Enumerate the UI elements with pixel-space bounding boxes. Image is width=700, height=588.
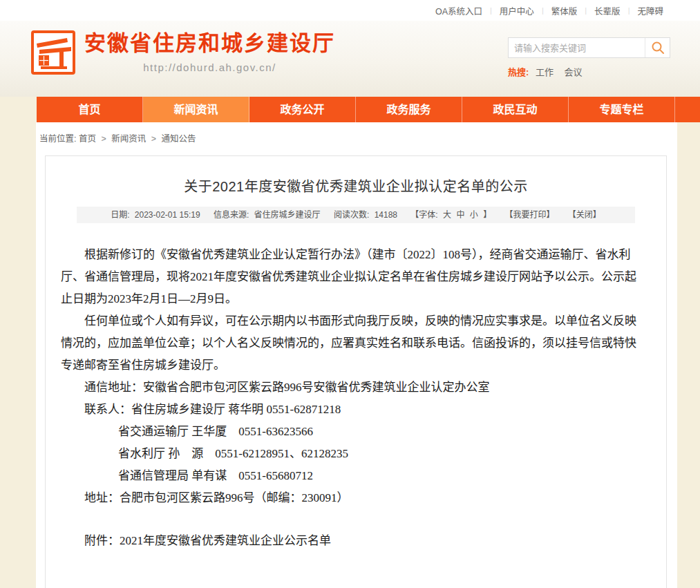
article-paragraph-mailing-address: 通信地址：安徽省合肥市包河区紫云路996号安徽省优秀建筑业企业认定办公室 bbox=[61, 377, 645, 399]
article-paragraph: 根据新修订的《安徽省优秀建筑业企业认定暂行办法》（建市〔2022〕108号），经… bbox=[61, 244, 645, 310]
article-paragraph: 任何单位或个人如有异议，可在公示期内以书面形式向我厅反映，反映的情况应实事求是。… bbox=[61, 310, 645, 377]
article-paragraph-address: 地址：合肥市包河区紫云路996号（邮编：230091） bbox=[61, 487, 645, 509]
font-size-medium-button[interactable]: 中 bbox=[456, 210, 464, 220]
meta-date-value: 2023-02-01 15:19 bbox=[135, 210, 200, 220]
meta-views-label: 阅读次数: bbox=[334, 210, 369, 220]
nav-item-home[interactable]: 首页 bbox=[37, 97, 143, 122]
search-icon bbox=[651, 41, 665, 55]
article-body: 根据新修订的《安徽省优秀建筑业企业认定暂行办法》（建市〔2022〕108号），经… bbox=[61, 244, 645, 552]
hot-search-row: 热搜: 工作 会议 bbox=[508, 65, 670, 78]
article-paragraph-contact-water: 省水利厅 孙 源 0551-62128951、62128235 bbox=[61, 443, 645, 465]
search-box bbox=[508, 37, 670, 58]
topbar-link-user-center[interactable]: 用户中心 bbox=[500, 4, 534, 17]
close-button[interactable]: 【关闭】 bbox=[568, 210, 601, 220]
main-nav: 首页 新闻资讯 政务公开 政务服务 政民互动 专题专栏 bbox=[37, 97, 700, 122]
article-paragraph-contact-housing: 联系人：省住房城乡建设厅 蒋华明 0551-62871218 bbox=[61, 399, 645, 421]
nav-item-special-topics[interactable]: 专题专栏 bbox=[569, 97, 675, 122]
meta-date-label: 日期: bbox=[111, 210, 129, 220]
breadcrumb-label: 当前位置: bbox=[39, 134, 76, 144]
breadcrumb-separator: > bbox=[151, 134, 156, 144]
topbar-link-oa[interactable]: OA系统入口 bbox=[435, 4, 482, 17]
site-title-wrap: 安徽省住房和城乡建设厅 http://dohurd.ah.gov.cn/ bbox=[84, 28, 335, 75]
search-button[interactable] bbox=[645, 38, 670, 57]
topbar-separator: | bbox=[585, 6, 587, 15]
nav-item-news[interactable]: 新闻资讯 bbox=[143, 97, 249, 122]
search-input[interactable] bbox=[509, 38, 645, 57]
breadcrumb-notices[interactable]: 通知公告 bbox=[162, 134, 196, 144]
attachment-link[interactable]: 附件：2021年度安徽省优秀建筑业企业公示名单 bbox=[61, 530, 645, 552]
site-title: 安徽省住房和城乡建设厅 bbox=[84, 29, 335, 58]
article-box: 关于2021年度安徽省优秀建筑业企业拟认定名单的公示 日期: 2023-02-0… bbox=[45, 155, 667, 588]
topbar-links: OA系统入口 | 用户中心 | 繁体版 | 长辈版 | 无障碍 bbox=[435, 0, 663, 21]
breadcrumb-separator: > bbox=[101, 134, 106, 144]
topbar-link-traditional[interactable]: 繁体版 bbox=[551, 4, 578, 17]
breadcrumb-news[interactable]: 新闻资讯 bbox=[111, 134, 146, 144]
article-paragraph-contact-transport: 省交通运输厅 王华厦 0551-63623566 bbox=[61, 421, 645, 443]
nav-item-partial[interactable] bbox=[675, 97, 700, 122]
breadcrumb: 当前位置: 首页 > 新闻资讯 > 通知公告 bbox=[36, 122, 677, 144]
article-meta-bar: 日期: 2023-02-01 15:19 信息来源: 省住房城乡建设厅 阅读次数… bbox=[77, 207, 635, 223]
hot-keyword-meeting[interactable]: 会议 bbox=[565, 67, 583, 77]
hot-keyword-work[interactable]: 工作 bbox=[536, 67, 554, 77]
site-url: http://dohurd.ah.gov.cn/ bbox=[84, 61, 335, 73]
article-title: 关于2021年度安徽省优秀建筑业企业拟认定名单的公示 bbox=[46, 176, 666, 196]
nav-item-gov-info[interactable]: 政务公开 bbox=[249, 97, 356, 122]
font-size-large-button[interactable]: 大 bbox=[443, 210, 451, 220]
hot-search-label: 热搜: bbox=[508, 67, 529, 77]
meta-source-value: 省住房城乡建设厅 bbox=[254, 210, 321, 220]
main-container: 当前位置: 首页 > 新闻资讯 > 通知公告 关于2021年度安徽省优秀建筑业企… bbox=[36, 122, 677, 588]
search-area: 热搜: 工作 会议 bbox=[508, 37, 670, 78]
topbar-separator: | bbox=[542, 6, 544, 15]
meta-font-open: 【字体: bbox=[410, 210, 437, 220]
nav-item-interaction[interactable]: 政民互动 bbox=[462, 97, 569, 122]
topbar-separator: | bbox=[490, 6, 492, 15]
meta-font-close: 】 bbox=[483, 210, 491, 220]
top-utility-bar: OA系统入口 | 用户中心 | 繁体版 | 长辈版 | 无障碍 bbox=[0, 0, 700, 21]
nav-item-gov-services[interactable]: 政务服务 bbox=[356, 97, 462, 122]
topbar-separator: | bbox=[628, 6, 630, 15]
site-logo-block[interactable]: 安徽省住房和城乡建设厅 http://dohurd.ah.gov.cn/ bbox=[31, 28, 335, 75]
meta-views-value: 14188 bbox=[375, 210, 397, 220]
site-header: 安徽省住房和城乡建设厅 http://dohurd.ah.gov.cn/ 热搜:… bbox=[0, 21, 700, 97]
font-size-small-button[interactable]: 小 bbox=[470, 210, 478, 220]
article-paragraph-contact-telecom: 省通信管理局 单有谋 0551-65680712 bbox=[61, 465, 645, 487]
topbar-link-accessibility[interactable]: 无障碍 bbox=[637, 4, 663, 17]
breadcrumb-home[interactable]: 首页 bbox=[79, 134, 96, 144]
meta-source-label: 信息来源: bbox=[214, 210, 249, 220]
agency-gate-logo-icon bbox=[31, 30, 75, 75]
page: { "topbar": { "separator": "|", "links":… bbox=[0, 0, 700, 588]
topbar-link-elder[interactable]: 长辈版 bbox=[594, 4, 621, 17]
print-button[interactable]: 【我要打印】 bbox=[504, 210, 554, 220]
